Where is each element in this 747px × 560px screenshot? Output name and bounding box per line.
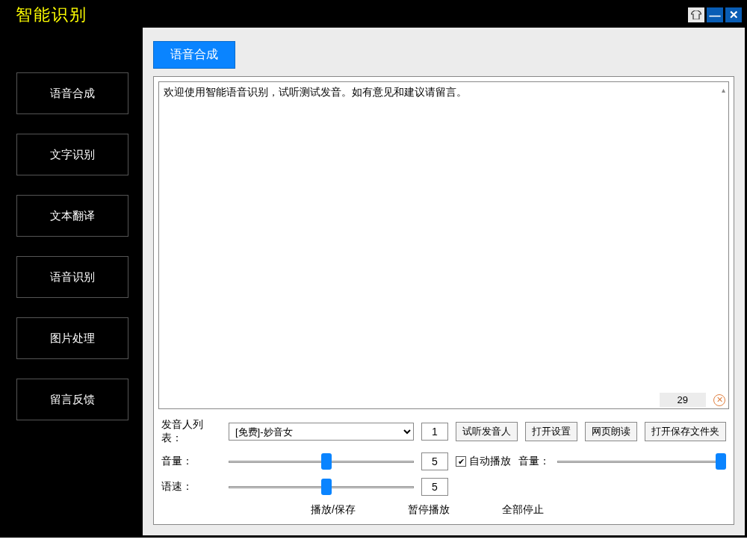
voice-list-label: 发音人列表： xyxy=(161,418,221,445)
autoplay-checkbox[interactable]: ✔ 自动播放 xyxy=(456,455,511,468)
speed-label: 语速： xyxy=(161,480,221,494)
skin-icon[interactable] xyxy=(688,7,704,22)
voice-row: 发音人列表： [免费]-妙音女 1 试听发音人 打开设置 网页朗读 打开保存文件… xyxy=(161,418,726,445)
pause-button[interactable]: 暂停播放 xyxy=(408,503,450,517)
sidebar-item-asr[interactable]: 语音识别 xyxy=(16,256,128,298)
open-settings-button[interactable]: 打开设置 xyxy=(525,422,577,441)
sidebar-item-tts[interactable]: 语音合成 xyxy=(16,72,128,114)
tab-row: 语音合成 xyxy=(153,41,734,69)
sidebar-item-ocr[interactable]: 文字识别 xyxy=(16,134,128,175)
voice-index[interactable]: 1 xyxy=(421,423,448,441)
autoplay-label: 自动播放 xyxy=(469,455,511,468)
volume-slider[interactable] xyxy=(229,452,414,470)
playback-actions: 播放/保存 暂停播放 全部停止 xyxy=(161,503,726,517)
scroll-up-icon[interactable]: ▴ xyxy=(719,84,727,96)
window-controls: — ✕ xyxy=(688,7,742,22)
stop-all-button[interactable]: 全部停止 xyxy=(502,503,544,517)
play-save-button[interactable]: 播放/保存 xyxy=(311,503,356,517)
checkbox-icon: ✔ xyxy=(456,456,466,467)
volume-row: 音量： 5 ✔ 自动播放 音量： xyxy=(161,452,726,470)
content-panel: ▴ 欢迎使用智能语音识别，试听测试发音。如有意见和建议请留言。 29 ✕ 发音人… xyxy=(153,76,734,525)
volume-label: 音量： xyxy=(161,455,221,468)
master-volume-slider[interactable] xyxy=(557,452,726,470)
voice-select[interactable]: [免费]-妙音女 xyxy=(229,423,414,441)
text-content: 欢迎使用智能语音识别，试听测试发音。如有意见和建议请留言。 xyxy=(159,82,728,102)
preview-voice-button[interactable]: 试听发音人 xyxy=(456,422,518,441)
speed-slider[interactable] xyxy=(229,478,414,496)
volume-value[interactable]: 5 xyxy=(421,452,448,470)
text-input-area[interactable]: ▴ 欢迎使用智能语音识别，试听测试发音。如有意见和建议请留言。 29 ✕ xyxy=(158,81,729,409)
sidebar: 语音合成 文字识别 文本翻译 语音识别 图片处理 留言反馈 xyxy=(2,28,143,535)
clear-icon[interactable]: ✕ xyxy=(713,394,725,406)
app-title: 智能识别 xyxy=(16,4,87,26)
sidebar-item-image[interactable]: 图片处理 xyxy=(16,317,128,359)
counter-bar: 29 ✕ xyxy=(660,393,725,407)
app-window: 智能识别 — ✕ 语音合成 文字识别 文本翻译 语音识别 图片处理 留言反馈 语… xyxy=(0,0,747,538)
titlebar: 智能识别 — ✕ xyxy=(2,2,745,28)
sidebar-item-feedback[interactable]: 留言反馈 xyxy=(16,379,128,420)
sidebar-item-translate[interactable]: 文本翻译 xyxy=(16,195,128,237)
minimize-button[interactable]: — xyxy=(707,7,723,22)
web-read-button[interactable]: 网页朗读 xyxy=(585,422,637,441)
open-folder-button[interactable]: 打开保存文件夹 xyxy=(645,422,726,441)
tab-tts[interactable]: 语音合成 xyxy=(153,41,235,69)
main-panel: 语音合成 ▴ 欢迎使用智能语音识别，试听测试发音。如有意见和建议请留言。 29 … xyxy=(143,28,745,535)
controls: 发音人列表： [免费]-妙音女 1 试听发音人 打开设置 网页朗读 打开保存文件… xyxy=(154,414,734,524)
close-button[interactable]: ✕ xyxy=(725,7,742,22)
char-count: 29 xyxy=(660,393,706,407)
body: 语音合成 文字识别 文本翻译 语音识别 图片处理 留言反馈 语音合成 ▴ 欢迎使… xyxy=(2,28,745,535)
speed-value[interactable]: 5 xyxy=(421,478,448,496)
speed-row: 语速： 5 xyxy=(161,478,726,496)
master-volume-label: 音量： xyxy=(518,455,550,468)
